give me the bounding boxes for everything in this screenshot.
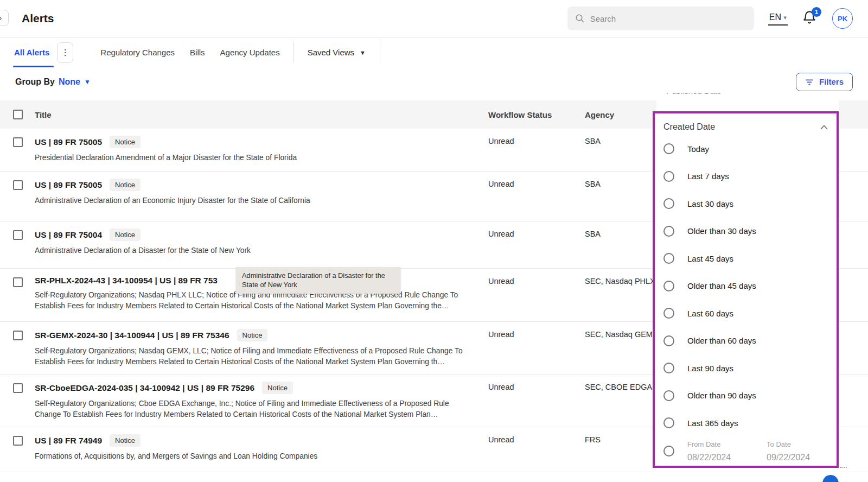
radio-icon[interactable] — [663, 226, 674, 237]
filter-option-label: Older than 60 days — [687, 336, 756, 345]
alert-id[interactable]: US | 89 FR 74949 — [35, 436, 102, 446]
radio-icon[interactable] — [663, 281, 674, 291]
notice-badge: Notice — [110, 229, 141, 241]
tab-divider — [380, 42, 380, 63]
from-date-label: From Date — [687, 440, 731, 448]
radio-icon[interactable] — [663, 308, 674, 319]
tab-divider — [293, 42, 293, 63]
alert-subtitle: Formations of, Acquisitions by, and Merg… — [35, 451, 469, 462]
filter-option-older-than-30-days[interactable]: Older than 30 days — [663, 218, 837, 245]
radio-icon[interactable] — [663, 253, 674, 264]
notice-badge: Notice — [110, 179, 141, 191]
alert-subtitle: Administrative Declaration of a Disaster… — [35, 245, 469, 256]
filter-icon — [805, 78, 814, 86]
filter-option-last-45-days[interactable]: Last 45 days — [663, 245, 837, 272]
radio-icon[interactable] — [663, 363, 674, 373]
workflow-status: Unread — [488, 382, 585, 391]
chevron-down-icon[interactable]: ▼ — [84, 78, 91, 86]
tab-all-alerts[interactable]: All Alerts — [9, 37, 57, 67]
notice-badge: Notice — [262, 382, 293, 394]
radio-icon[interactable] — [663, 171, 674, 182]
row-checkbox[interactable] — [13, 383, 23, 393]
radio-icon[interactable] — [663, 143, 674, 154]
alert-subtitle: Self-Regulatory Organizations; Cboe EDGA… — [35, 398, 469, 420]
alert-id[interactable]: US | 89 FR 75005 — [35, 137, 102, 147]
tab-bar: All Alerts ⋮ Regulatory Changes Bills Ag… — [0, 37, 868, 67]
filter-option-label: Older than 30 days — [687, 226, 756, 236]
to-date-label: To Date — [767, 440, 810, 448]
alert-id[interactable]: SR-CboeEDGA-2024-035 | 34-100942 | US | … — [35, 383, 254, 393]
custom-range-radio[interactable] — [663, 446, 674, 456]
from-date-value[interactable]: 08/22/2024 — [687, 453, 731, 462]
row-checkbox[interactable] — [13, 436, 23, 446]
radio-icon[interactable] — [663, 198, 674, 209]
filter-option-label: Older than 45 days — [687, 281, 756, 290]
chevron-right-icon: › — [0, 14, 2, 22]
filter-option-older-than-60-days[interactable]: Older than 60 days — [663, 327, 837, 355]
tab-agency-updates[interactable]: Agency Updates — [213, 37, 288, 67]
group-by-label: Group By — [15, 77, 55, 87]
floating-action-button-peek[interactable] — [822, 475, 839, 482]
filters-button[interactable]: Filters — [796, 73, 853, 91]
filter-option-last-7-days[interactable]: Last 7 days — [663, 163, 837, 191]
page-title: Alerts — [22, 12, 54, 25]
filter-option-label: Older than 90 days — [687, 391, 756, 400]
row-checkbox[interactable] — [13, 230, 23, 240]
alert-id[interactable]: US | 89 FR 75005 — [35, 180, 102, 190]
workflow-status: Unread — [488, 136, 585, 145]
tab-bills[interactable]: Bills — [182, 37, 213, 67]
filter-section-title: Created Date — [663, 122, 715, 132]
created-date-filter-panel: Created Date TodayLast 7 daysLast 30 day… — [653, 111, 839, 468]
filter-option-today[interactable]: Today — [663, 135, 837, 163]
row-checkbox[interactable] — [13, 180, 23, 190]
alert-subtitle: Administrative Declaration of an Economi… — [35, 195, 469, 206]
alert-id[interactable]: US | 89 FR 75004 — [35, 230, 102, 240]
radio-icon[interactable] — [663, 335, 674, 346]
filter-option-label: Last 30 days — [687, 199, 733, 208]
notice-badge: Notice — [110, 434, 141, 447]
chevron-down-icon: ▼ — [360, 49, 366, 56]
group-by-value[interactable]: None — [59, 77, 80, 87]
language-label: EN — [769, 12, 782, 22]
workflow-status: Unread — [488, 276, 585, 286]
avatar[interactable]: PK — [832, 8, 853, 29]
tab-regulatory-changes[interactable]: Regulatory Changes — [93, 37, 182, 67]
row-checkbox[interactable] — [13, 331, 23, 340]
kebab-menu-icon: ⋮ — [61, 48, 69, 57]
workflow-status: Unread — [488, 329, 585, 339]
row-checkbox[interactable] — [13, 137, 23, 147]
row-checkbox[interactable] — [13, 277, 23, 287]
notice-badge: Notice — [110, 136, 141, 148]
tab-options-button[interactable]: ⋮ — [57, 42, 73, 63]
search-placeholder: Search — [590, 14, 616, 23]
filter-option-last-90-days[interactable]: Last 90 days — [663, 354, 837, 382]
collapse-section-button[interactable] — [820, 125, 828, 130]
app-header: › Alerts Search EN ▾ 1 PK — [0, 0, 868, 37]
filter-option-last-60-days[interactable]: Last 60 days — [663, 300, 837, 327]
filter-option-last-30-days[interactable]: Last 30 days — [663, 190, 837, 218]
filter-option-label: Last 90 days — [687, 364, 733, 373]
chevron-down-icon: ▾ — [783, 14, 787, 21]
search-input[interactable]: Search — [567, 7, 754, 30]
notifications-button[interactable]: 1 — [802, 9, 818, 28]
column-header-workflow-status: Workflow Status — [488, 110, 585, 119]
to-date-value[interactable]: 09/22/2024 — [767, 453, 810, 462]
select-all-checkbox[interactable] — [13, 110, 23, 119]
tooltip: Administrative Declaration of a Disaster… — [236, 267, 400, 294]
to-date-field[interactable]: To Date 09/22/2024 — [767, 440, 810, 462]
sidebar-expand-button[interactable]: › — [0, 10, 9, 26]
radio-icon[interactable] — [663, 390, 674, 401]
search-icon — [575, 14, 585, 23]
language-selector[interactable]: EN ▾ — [768, 11, 788, 26]
alert-id[interactable]: SR-PHLX-2024-43 | 34-100954 | US | 89 FR… — [35, 276, 218, 286]
saved-views-menu[interactable]: Saved Views ▼ — [299, 48, 374, 57]
filter-option-last-365-days[interactable]: Last 365 days — [663, 409, 837, 437]
alert-id[interactable]: SR-GEMX-2024-30 | 34-100944 | US | 89 FR… — [35, 331, 229, 340]
saved-views-label: Saved Views — [308, 48, 354, 57]
filter-option-label: Last 45 days — [687, 254, 733, 263]
workflow-status: Unread — [488, 179, 585, 188]
filter-option-older-than-45-days[interactable]: Older than 45 days — [663, 272, 837, 300]
from-date-field[interactable]: From Date 08/22/2024 — [687, 440, 731, 462]
radio-icon[interactable] — [663, 417, 674, 428]
filter-option-older-than-90-days[interactable]: Older than 90 days — [663, 382, 837, 410]
